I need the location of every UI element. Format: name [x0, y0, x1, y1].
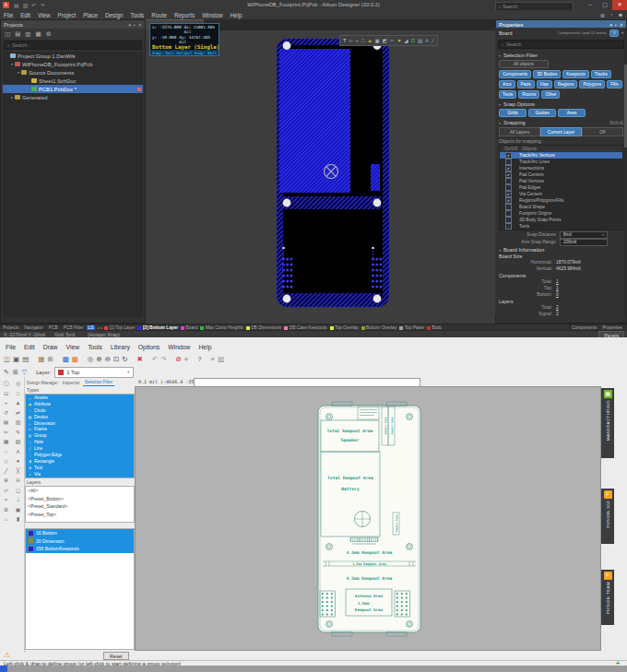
select-icon[interactable]: ▻	[349, 37, 352, 45]
text-icon[interactable]: A	[425, 37, 429, 45]
tool-icon[interactable]: ✂	[0, 428, 12, 438]
menu-item[interactable]: View	[38, 12, 51, 18]
filter-chip[interactable]: Rooms	[518, 90, 539, 99]
menu-item[interactable]: View	[66, 344, 80, 350]
type-row[interactable]: ▩ Group	[26, 432, 134, 439]
checkbox[interactable]	[505, 184, 512, 191]
type-row[interactable]: A Text	[26, 465, 134, 471]
layer-preset-row[interactable]: <Preset_Top>	[26, 511, 134, 519]
zoom-redraw-icon[interactable]: ↻	[122, 355, 127, 363]
menu-item[interactable]: Place	[83, 12, 98, 18]
region-icon[interactable]: □	[361, 37, 364, 45]
project-tree-item[interactable]: ▾ WiPhoneDB_Footprint.PrjPcb	[3, 60, 143, 68]
filter-chip[interactable]: Components	[499, 70, 531, 78]
board-outline-drawing[interactable]: Total Keepout Area Speaker Total Keepout…	[314, 398, 428, 640]
type-row[interactable]: ● Via	[26, 471, 134, 477]
properties-search-input[interactable]: ⌕ Search	[498, 40, 624, 49]
snap-object-row[interactable]: Track/Arc Lines	[500, 159, 622, 165]
undo-icon[interactable]: ↶	[31, 2, 36, 8]
checkbox[interactable]	[505, 159, 512, 165]
fusion-team-tab[interactable]: F FUSION TEAM	[601, 570, 614, 625]
snap-option-chip[interactable]: Grids	[499, 109, 526, 117]
tool-icon[interactable]: ▮	[12, 514, 24, 525]
menu-item[interactable]: Library	[111, 344, 130, 350]
move-icon[interactable]: +	[356, 37, 359, 45]
tool-icon[interactable]: ▤	[0, 418, 12, 428]
print-icon[interactable]: ▤	[22, 355, 29, 363]
taskbar-app-icon[interactable]	[0, 666, 7, 672]
menu-item[interactable]: Help	[198, 344, 211, 350]
zoom-in-icon[interactable]: ⊕	[96, 355, 101, 363]
panel-tab[interactable]: Selection Filter	[83, 380, 114, 386]
close-button[interactable]: ✕	[612, 0, 627, 10]
panel-dropdown-icon[interactable]: ▾	[610, 22, 613, 28]
project-tree-item[interactable]: ▸ Generated	[3, 93, 143, 101]
delete-icon[interactable]: ✖	[137, 355, 143, 363]
tool-icon[interactable]: ○	[0, 447, 12, 457]
slice-icon[interactable]: ✂	[390, 37, 395, 45]
run-ulp-icon[interactable]: ▥	[218, 355, 224, 363]
tool-icon[interactable]: ⊖	[12, 476, 24, 486]
filter-chip[interactable]: Texts	[499, 90, 516, 99]
chevron-down-icon[interactable]: ▾	[621, 30, 623, 35]
zoom-out-icon[interactable]: ⊖	[105, 355, 111, 363]
tool-icon[interactable]: ⊡	[0, 389, 12, 399]
snap-object-row[interactable]: Board Shape	[500, 204, 622, 210]
stop-icon[interactable]: ⊘	[175, 355, 181, 363]
menu-item[interactable]: Route	[151, 12, 167, 18]
open-project-icon[interactable]: ▤	[15, 30, 20, 38]
menu-item[interactable]: Edit	[24, 344, 35, 350]
menu-item[interactable]: Reports	[174, 12, 195, 18]
snap-object-row[interactable]: Texts	[500, 223, 622, 230]
manufacturing-tab[interactable]: ▦ MANUFACTURING	[601, 388, 614, 458]
filter-chip[interactable]: Tracks	[591, 70, 611, 78]
snap-object-row[interactable]: Track/Arc Vertices	[500, 152, 622, 159]
checkbox[interactable]	[505, 171, 512, 178]
snap-object-row[interactable]: Footprint Origins	[500, 210, 622, 217]
tool-icon[interactable]: ✎	[12, 428, 24, 438]
tool-icon[interactable]: ⓘ	[0, 379, 12, 389]
type-row[interactable]: ∟ Dimension	[26, 420, 134, 427]
type-row[interactable]: ▭ Frame	[26, 426, 134, 432]
snap-object-row[interactable]: Pad Vertices	[500, 178, 622, 184]
panel-pin-icon[interactable]: ▪	[134, 22, 136, 28]
maximize-button[interactable]: ▢	[597, 0, 612, 10]
project-options-icon[interactable]: ⚙	[46, 30, 52, 38]
pcb-board-drawing[interactable]	[270, 37, 416, 315]
menu-item[interactable]: Help	[231, 12, 243, 18]
fusion-360-tab[interactable]: F FUSION 360	[601, 489, 614, 544]
refresh-icon[interactable]: ▦	[35, 30, 41, 38]
tool-icon[interactable]: ◎	[12, 379, 24, 389]
menu-item[interactable]: Tools	[88, 344, 102, 350]
tool-icon[interactable]: ↺	[0, 408, 12, 419]
checkbox[interactable]	[505, 223, 512, 230]
room-icon[interactable]: ▤	[418, 37, 422, 45]
snapping-mode-button[interactable]: All Layers	[499, 127, 540, 136]
axis-snap-range-input[interactable]: 200mil	[560, 239, 608, 246]
count-link[interactable]: 0	[556, 292, 559, 297]
snap-option-chip[interactable]: Axes	[558, 109, 586, 117]
filter-icon[interactable]: ▽	[22, 369, 27, 376]
help-icon[interactable]: ?	[197, 355, 201, 363]
save-icon[interactable]: ▤	[14, 2, 19, 8]
polygon-icon[interactable]: ◩	[383, 37, 387, 45]
tool-icon[interactable]: ▦	[0, 437, 12, 447]
checkbox[interactable]	[505, 191, 512, 197]
tool-icon[interactable]: ╳	[12, 466, 24, 477]
filter-icon[interactable]: T	[343, 37, 346, 45]
layer-select[interactable]: 1 Top ▼	[54, 367, 134, 378]
filter-chip[interactable]: Other	[541, 90, 560, 99]
snap-object-row[interactable]: Regions/Polygons/Fills	[500, 197, 622, 204]
zoom-select-icon[interactable]: ⊡	[113, 355, 119, 363]
global-search-input[interactable]: ⌕ Search	[495, 2, 574, 11]
go-icon[interactable]: ●	[184, 355, 189, 363]
layer-row[interactable]: 20 Dimension	[26, 537, 134, 546]
board-icon[interactable]: ▩	[72, 355, 78, 363]
filter-chip[interactable]: Polygons	[579, 80, 605, 88]
count-link[interactable]: 2	[556, 305, 559, 310]
type-row[interactable]: — Airwire	[26, 395, 134, 401]
layer-row[interactable]: 16 Bottom	[26, 529, 134, 537]
filter-chip[interactable]: Keepouts	[562, 70, 588, 78]
menu-item[interactable]: Options	[138, 344, 160, 350]
section-snap-options[interactable]: ▾Snap Options	[495, 100, 627, 108]
